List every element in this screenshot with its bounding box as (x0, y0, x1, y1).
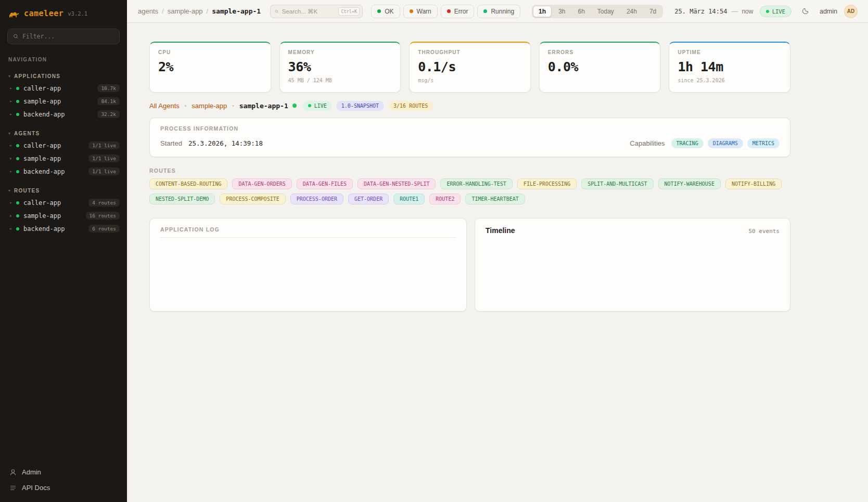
started-label: Started (160, 139, 182, 147)
route-badge-route2[interactable]: ROUTE2 (429, 194, 461, 204)
status-dot-icon (16, 87, 19, 90)
route-badge-file-processing[interactable]: FILE-PROCESSING (517, 178, 577, 189)
status-dot (483, 9, 487, 13)
sidebar-item-sample-app[interactable]: ▸ sample-app 84.1k (0, 95, 127, 108)
route-badge-nested-split-demo[interactable]: NESTED-SPLIT-DEMO (149, 194, 215, 204)
route-badge-data-gen-orders[interactable]: DATA-GEN-ORDERS (232, 178, 291, 189)
sidebar-footer: Admin API Docs (0, 461, 127, 502)
process-info-title: PROCESS INFORMATION (160, 125, 780, 132)
route-badge-content-based-routing[interactable]: CONTENT-BASED-ROUTING (149, 178, 227, 189)
item-label: backend-app (23, 111, 93, 118)
sidebar-item-sample-app[interactable]: ▸ sample-app 16 routes (0, 209, 127, 222)
chevron-down-icon: ▾ (8, 74, 10, 79)
app-logo[interactable]: cameleer v3.2.1 (0, 0, 127, 24)
status-filter-ok[interactable]: OK (371, 5, 400, 18)
sidebar-apidocs-link[interactable]: API Docs (9, 484, 118, 492)
time-range-group: 1h3h6hToday24h7d (532, 5, 663, 18)
agent-app-link[interactable]: sample-app (192, 102, 227, 110)
section-title: ROUTES (14, 188, 40, 194)
main-area: agents / sample-app / sample-app-1 Ctrl+… (127, 0, 868, 502)
sidebar-item-backend-app[interactable]: ▸ backend-app 1/1 live (0, 165, 127, 178)
pill-dot (308, 104, 311, 107)
route-badge-get-order[interactable]: GET-ORDER (348, 194, 389, 204)
time-range-6h[interactable]: 6h (572, 6, 590, 17)
sidebar-item-caller-app[interactable]: ▸ caller-app 10.7k (0, 82, 127, 95)
time-range-3h[interactable]: 3h (553, 6, 571, 17)
chevron-right-icon: ▸ (10, 226, 12, 231)
stat-value: 2% (158, 59, 262, 74)
route-badge-notify-warehouse[interactable]: NOTIFY-WAREHOUSE (658, 178, 721, 189)
route-badge-timer-heartbeat[interactable]: TIMER-HEARTBEAT (465, 194, 525, 204)
avatar[interactable]: AD (844, 5, 858, 18)
nav-section-label: NAVIGATION (0, 44, 127, 63)
chevron-right-icon: ▸ (10, 169, 12, 174)
stat-value: 0.1/s (418, 59, 522, 74)
capability-badge-metrics: METRICS (747, 138, 780, 148)
sidebar-section-agents: ▾ AGENTS ▸ caller-app 1/1 live ▸ sample-… (0, 129, 127, 178)
sidebar-item-backend-app[interactable]: ▸ backend-app 32.2k (0, 108, 127, 121)
route-badge-split-and-multicast[interactable]: SPLIT-AND-MULTICAST (581, 178, 653, 189)
status-filter-group: OK Warn Error Running (371, 5, 520, 18)
log-title: APPLICATION LOG (160, 226, 220, 237)
route-badge-process-order[interactable]: PROCESS-ORDER (290, 194, 343, 204)
time-range-1h[interactable]: 1h (533, 6, 552, 17)
status-dot-icon (16, 227, 19, 230)
global-search-input[interactable] (282, 8, 336, 15)
item-badge: 84.1k (97, 97, 120, 105)
sidebar-filter-input[interactable] (22, 33, 114, 40)
sidebar-section-routes: ▾ ROUTES ▸ caller-app 4 routes ▸ sample-… (0, 186, 127, 235)
sidebar-admin-link[interactable]: Admin (9, 468, 118, 476)
sidebar: cameleer v3.2.1 NAVIGATION ▾ APPLICATION… (0, 0, 127, 502)
sidebar-item-caller-app[interactable]: ▸ caller-app 4 routes (0, 196, 127, 209)
camel-logo-icon (8, 9, 20, 18)
route-badge-notify-billing[interactable]: NOTIFY-BILLING (725, 178, 782, 189)
item-label: caller-app (23, 85, 93, 92)
header-right-cluster: LIVE admin AD (760, 4, 858, 19)
started-value: 25.3.2026, 14:39:18 (188, 139, 263, 147)
sidebar-item-sample-app[interactable]: ▸ sample-app 1/1 live (0, 152, 127, 165)
status-filter-running[interactable]: Running (477, 5, 520, 18)
chevron-down-icon: ▾ (8, 188, 10, 193)
sidebar-section-header[interactable]: ▾ AGENTS (0, 129, 127, 139)
route-badge-route1[interactable]: ROUTE1 (393, 194, 425, 204)
capabilities-label: Capabilities (630, 139, 665, 147)
stat-sub: since 25.3.2026 (678, 78, 782, 83)
stat-value: 1h 14m (678, 59, 782, 74)
global-search: Ctrl+K (270, 5, 363, 18)
search-icon (275, 8, 279, 15)
route-badge-data-gen-nested-split[interactable]: DATA-GEN-NESTED-SPLIT (358, 178, 436, 189)
time-range-24h[interactable]: 24h (621, 6, 643, 17)
item-badge: 10.7k (97, 84, 120, 92)
route-badge-data-gen-files[interactable]: DATA-GEN-FILES (297, 178, 353, 189)
sidebar-section-header[interactable]: ▾ ROUTES (0, 186, 127, 196)
sidebar-filter (7, 29, 120, 44)
dark-mode-toggle[interactable] (798, 4, 813, 19)
docs-icon (9, 484, 17, 492)
chevron-right-icon: ▸ (10, 200, 12, 205)
status-dot-icon (16, 201, 19, 204)
breadcrumb-sample-app[interactable]: sample-app (168, 7, 203, 15)
status-dot (447, 9, 451, 13)
sidebar-item-caller-app[interactable]: ▸ caller-app 1/1 live (0, 139, 127, 152)
breadcrumb-separator: / (162, 7, 164, 15)
status-filter-error[interactable]: Error (441, 5, 475, 18)
agent-live-dot-icon (292, 104, 297, 108)
sidebar-section-header[interactable]: ▾ APPLICATIONS (0, 72, 127, 82)
all-agents-link[interactable]: All Agents (149, 102, 180, 110)
status-filter-warn[interactable]: Warn (403, 5, 438, 18)
chevron-down-icon: ▾ (8, 131, 10, 136)
sidebar-item-backend-app[interactable]: ▸ backend-app 6 routes (0, 222, 127, 235)
process-info-row: Started 25.3.2026, 14:39:18 Capabilities… (160, 138, 780, 148)
stat-card-memory: MEMORY 36% 45 MB / 124 MB (279, 42, 401, 93)
route-badge-error-handling-test[interactable]: ERROR-HANDLING-TEST (440, 178, 512, 189)
pill-label: TRACING (676, 140, 698, 146)
route-badge-process-composite[interactable]: PROCESS-COMPOSITE (220, 194, 285, 204)
live-toggle-badge[interactable]: LIVE (760, 6, 792, 17)
status-dot-icon (16, 157, 19, 160)
time-range-today[interactable]: Today (592, 6, 620, 17)
username-label: admin (820, 8, 837, 15)
admin-user-icon (9, 469, 17, 476)
time-range-7d[interactable]: 7d (644, 6, 662, 17)
breadcrumb-agents[interactable]: agents (138, 7, 158, 15)
item-badge: 6 routes (88, 225, 120, 233)
